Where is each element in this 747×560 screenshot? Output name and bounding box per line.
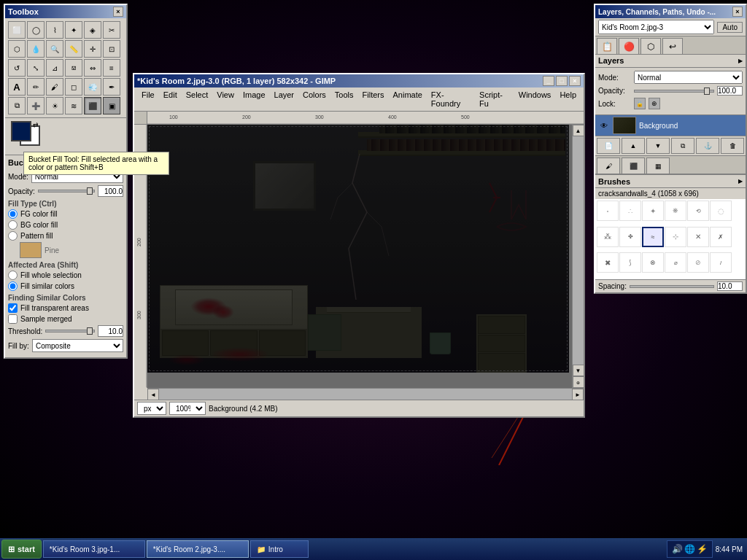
new-layer-button[interactable]: 📄 bbox=[597, 138, 620, 154]
brush-16[interactable]: ⌀ bbox=[665, 252, 686, 273]
fg-color-radio[interactable] bbox=[8, 209, 18, 219]
brush-5[interactable]: ⟲ bbox=[687, 201, 709, 221]
scale-tool[interactable]: ⤡ bbox=[27, 59, 44, 77]
brush-18[interactable]: / bbox=[710, 252, 732, 273]
toolbox-close-button[interactable]: × bbox=[113, 7, 123, 17]
airbrush-tool[interactable]: 💨 bbox=[84, 78, 101, 96]
scroll-down-button[interactable]: ▼ bbox=[573, 365, 584, 376]
menu-image[interactable]: Image bbox=[239, 89, 270, 109]
opacity-slider[interactable] bbox=[38, 190, 95, 192]
menu-colors[interactable]: Colors bbox=[298, 89, 330, 109]
scroll-h-track[interactable] bbox=[159, 389, 572, 400]
menu-edit[interactable]: Edit bbox=[159, 89, 182, 109]
threshold-slider[interactable] bbox=[45, 330, 95, 332]
rect-select-tool[interactable]: ⬜ bbox=[8, 21, 26, 39]
threshold-input[interactable] bbox=[98, 325, 123, 337]
brushes-collapse[interactable]: ▸ bbox=[738, 176, 743, 186]
scroll-up-button[interactable]: ▲ bbox=[573, 125, 584, 136]
lock-position-button[interactable]: ⊕ bbox=[649, 98, 660, 109]
tab-brushes-active[interactable]: 🖌 bbox=[597, 158, 620, 174]
brush-10[interactable]: ⊹ bbox=[665, 227, 686, 247]
layers-mode-select[interactable]: Normal bbox=[634, 71, 743, 84]
layer-file-select[interactable]: Kid's Room 2.jpg-3 bbox=[598, 20, 714, 34]
crop-tool[interactable]: ⊡ bbox=[103, 40, 120, 58]
foreground-color-swatch[interactable] bbox=[11, 121, 31, 141]
layers-opacity-input[interactable] bbox=[717, 86, 743, 96]
layer-background-item[interactable]: 👁 Background bbox=[595, 115, 746, 136]
dodge-burn-tool[interactable]: ☀ bbox=[46, 97, 63, 114]
brush-15[interactable]: ⊗ bbox=[642, 252, 664, 273]
menu-file[interactable]: File bbox=[137, 89, 159, 109]
fill-whole-radio[interactable] bbox=[8, 271, 18, 280]
gimp-close-button[interactable]: × bbox=[569, 76, 581, 86]
raise-layer-button[interactable]: ▲ bbox=[622, 138, 645, 154]
lock-pixels-button[interactable]: 🔒 bbox=[634, 98, 646, 109]
auto-button[interactable]: Auto bbox=[717, 22, 743, 33]
layer-visibility-eye[interactable]: 👁 bbox=[598, 120, 610, 131]
menu-help[interactable]: Help bbox=[555, 89, 581, 109]
gimp-minimize-button[interactable]: _ bbox=[543, 76, 554, 86]
delete-layer-button[interactable]: 🗑 bbox=[721, 138, 744, 154]
ellipse-select-tool[interactable]: ◯ bbox=[27, 21, 44, 39]
eraser-tool[interactable]: ◻ bbox=[65, 78, 82, 96]
brush-11[interactable]: ✕ bbox=[687, 227, 709, 247]
canvas-image[interactable] bbox=[147, 125, 569, 373]
smudge-tool[interactable]: ≋ bbox=[65, 97, 82, 114]
brush-12[interactable]: ✗ bbox=[710, 227, 732, 247]
move-tool[interactable]: ✛ bbox=[84, 40, 101, 58]
brush-6[interactable]: ◌ bbox=[710, 201, 732, 221]
anchor-layer-button[interactable]: ⚓ bbox=[696, 138, 719, 154]
tab-channels[interactable]: 🔴 bbox=[619, 38, 639, 54]
zoom-tool[interactable]: 🔍 bbox=[46, 40, 63, 58]
spacing-input[interactable] bbox=[717, 281, 743, 291]
fill-transparent-checkbox[interactable] bbox=[8, 303, 18, 313]
color-picker-tool[interactable]: 💧 bbox=[27, 40, 44, 58]
scroll-left-button[interactable]: ◄ bbox=[147, 389, 159, 400]
ink-tool[interactable]: ✒ bbox=[103, 78, 120, 96]
brush-3[interactable]: ✦ bbox=[642, 201, 664, 221]
menu-layer[interactable]: Layer bbox=[270, 89, 299, 109]
blend-tool[interactable]: ⬛ bbox=[84, 97, 101, 114]
brush-2[interactable]: ∴ bbox=[619, 201, 641, 221]
fuzzy-select-tool[interactable]: ✦ bbox=[65, 21, 82, 39]
taskbar-intro-item[interactable]: 📁 Intro bbox=[250, 540, 309, 558]
scroll-v-track[interactable] bbox=[573, 136, 584, 365]
brush-1[interactable]: · bbox=[597, 201, 619, 221]
zoom-select[interactable]: 100% bbox=[169, 402, 206, 415]
bg-color-radio[interactable] bbox=[8, 220, 18, 230]
menu-script-fu[interactable]: Script-Fu bbox=[475, 89, 514, 109]
brush-9-selected[interactable]: ≈ bbox=[642, 227, 664, 247]
menu-tools[interactable]: Tools bbox=[330, 89, 358, 109]
scroll-right-button[interactable]: ► bbox=[572, 389, 584, 400]
menu-fx-foundry[interactable]: FX-Foundry bbox=[427, 89, 475, 109]
tab-gradients[interactable]: ▦ bbox=[646, 158, 670, 174]
brush-8[interactable]: ✤ bbox=[619, 227, 641, 247]
pattern-thumbnail[interactable] bbox=[20, 242, 42, 258]
flip-tool[interactable]: ⇔ bbox=[84, 59, 101, 77]
swap-colors-button[interactable]: ⇄ bbox=[33, 121, 40, 128]
brush-13[interactable]: ✖ bbox=[597, 252, 619, 273]
brush-17[interactable]: ⊘ bbox=[687, 252, 709, 273]
layers-opacity-thumb[interactable] bbox=[704, 88, 710, 95]
tab-patterns[interactable]: ⬛ bbox=[622, 158, 645, 174]
shear-tool[interactable]: ⊿ bbox=[46, 59, 63, 77]
lower-layer-button[interactable]: ▼ bbox=[646, 138, 670, 154]
heal-tool[interactable]: ➕ bbox=[27, 97, 44, 114]
brush-14[interactable]: ⟆ bbox=[619, 252, 641, 273]
gimp-maximize-button[interactable]: □ bbox=[556, 76, 568, 86]
menu-animate[interactable]: Animate bbox=[388, 89, 426, 109]
taskbar-item-2[interactable]: *Kid's Room 2.jpg-3.... bbox=[147, 540, 249, 558]
clone-tool[interactable]: ⧉ bbox=[8, 97, 26, 114]
sample-merged-checkbox[interactable] bbox=[8, 314, 18, 324]
layers-opacity-slider[interactable] bbox=[634, 90, 714, 93]
fill-by-select[interactable]: Composite bbox=[32, 339, 123, 352]
pencil-tool[interactable]: ✏ bbox=[27, 78, 44, 96]
brush-4[interactable]: ❋ bbox=[665, 201, 686, 221]
perspective-tool[interactable]: ⟏ bbox=[65, 59, 82, 77]
duplicate-layer-button[interactable]: ⧉ bbox=[671, 138, 694, 154]
paintbrush-tool[interactable]: 🖌 bbox=[46, 78, 63, 96]
opacity-input[interactable] bbox=[98, 185, 123, 197]
fill-similar-radio[interactable] bbox=[8, 281, 18, 291]
layers-panel-close[interactable]: × bbox=[732, 7, 743, 17]
tab-layers[interactable]: 📋 bbox=[597, 38, 617, 54]
